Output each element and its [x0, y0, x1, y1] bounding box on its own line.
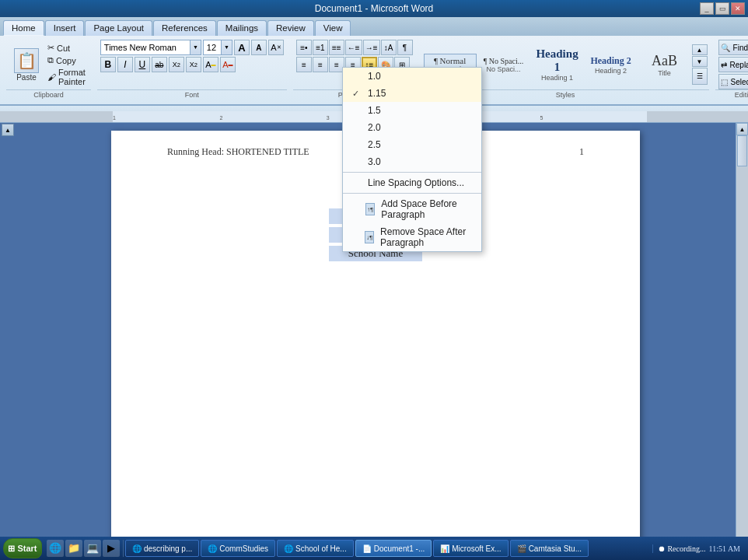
tab-mailings[interactable]: Mailings	[217, 20, 267, 36]
style-no-spacing-label: No Spaci...	[482, 65, 526, 73]
spacing-2-0-label: 2.0	[368, 122, 381, 133]
spacing-1-5[interactable]: 1.5	[343, 102, 481, 119]
close-button[interactable]: ✕	[731, 2, 745, 15]
remove-space-after[interactable]: ↓¶ Remove Space After Paragraph	[343, 223, 481, 251]
running-head-text: Running Head: SHORTENED TITLE	[167, 146, 309, 158]
style-no-spacing[interactable]: ¶ No Spaci... No Spaci...	[477, 54, 530, 75]
quick-ie-icon[interactable]: 🌐	[47, 540, 64, 557]
tab-references[interactable]: References	[153, 20, 216, 36]
clear-format-button[interactable]: A✕	[268, 40, 284, 55]
taskbar-item-doc[interactable]: 📄 Document1 -...	[355, 540, 432, 557]
add-space-before[interactable]: ↑¶ Add Space Before Paragraph	[343, 195, 481, 223]
spacing-1-0[interactable]: 1.0	[343, 68, 481, 85]
increase-indent-button[interactable]: →≡	[363, 40, 380, 55]
cut-label: Cut	[57, 44, 70, 53]
taskbar-excel-label: Microsoft Ex...	[452, 544, 501, 553]
strikethrough-button[interactable]: ab	[152, 57, 167, 72]
taskbar-comm-icon: 🌐	[208, 544, 217, 553]
taskbar-item-excel[interactable]: 📊 Microsoft Ex...	[433, 540, 508, 557]
cut-button[interactable]: ✂ Cut	[45, 42, 88, 54]
scroll-up-button[interactable]: ▲	[736, 123, 748, 135]
minimize-button[interactable]: _	[700, 2, 714, 15]
tab-page-layout[interactable]: Page Layout	[85, 20, 152, 36]
subscript-button[interactable]: X2	[169, 57, 184, 72]
font-body: Times New Roman ▼ 12 ▼ A A A✕ B I U	[97, 40, 287, 89]
bold-button[interactable]: B	[100, 57, 116, 72]
style-title[interactable]: AaB Title	[638, 51, 691, 79]
font-shrink-button[interactable]: A	[251, 40, 267, 55]
check-1-15: ✓	[352, 89, 362, 99]
styles-scroll-up[interactable]: ▲	[692, 44, 708, 55]
taskbar-ie-icon: 🌐	[132, 544, 142, 553]
copy-button[interactable]: ⧉ Copy	[45, 54, 88, 66]
tab-home[interactable]: Home	[3, 20, 44, 36]
format-painter-button[interactable]: 🖌 Format Painter	[45, 67, 88, 87]
spacing-1-15[interactable]: ✓ 1.15	[343, 85, 481, 102]
replace-icon: ⇄	[721, 61, 727, 69]
underline-button[interactable]: U	[135, 57, 150, 72]
spacing-3-0[interactable]: 3.0	[343, 153, 481, 170]
replace-button[interactable]: ⇄ Replace	[718, 57, 748, 72]
highlight-button[interactable]: A▬	[203, 57, 218, 72]
left-sidebar: ▲	[0, 123, 16, 560]
quick-media-icon[interactable]: ▶	[103, 540, 120, 557]
page-number: 1	[579, 146, 584, 158]
taskbar-item-school[interactable]: 🌐 School of He...	[277, 540, 354, 557]
style-heading2-label: Heading 2	[589, 67, 633, 75]
start-button[interactable]: ⊞ Start	[3, 538, 42, 558]
tab-insert[interactable]: Insert	[45, 20, 85, 36]
font-grow-button[interactable]: A	[234, 40, 250, 55]
style-title-preview: AaB	[643, 53, 687, 69]
find-button[interactable]: 🔍 Find	[718, 40, 748, 55]
paste-label: Paste	[16, 73, 37, 82]
decrease-indent-button[interactable]: ←≡	[345, 40, 362, 55]
style-heading2[interactable]: Heading 2 Heading 2	[585, 53, 638, 77]
sidebar-top-btn[interactable]: ▲	[2, 124, 14, 136]
line-spacing-options[interactable]: Line Spacing Options...	[343, 174, 481, 191]
taskbar-item-comm[interactable]: 🌐 CommStudies	[201, 540, 275, 557]
multilevel-button[interactable]: ≡≡	[329, 40, 344, 55]
replace-label: Replace	[730, 61, 748, 69]
taskbar-doc-icon: 📄	[362, 544, 372, 553]
show-formatting-button[interactable]: ¶	[397, 40, 413, 55]
change-styles-button[interactable]: ☰	[692, 68, 708, 85]
bullets-button[interactable]: ≡•	[296, 40, 312, 55]
sort-button[interactable]: ↕A	[381, 40, 397, 55]
align-left-button[interactable]: ≡	[296, 57, 312, 72]
font-name-value: Times New Roman	[101, 43, 190, 52]
style-normal-preview: ¶ Normal	[428, 56, 472, 65]
numbering-button[interactable]: ≡1	[313, 40, 328, 55]
font-section-label: Font	[97, 89, 287, 99]
quick-explorer-icon[interactable]: 💻	[84, 540, 101, 557]
select-button[interactable]: ⬚ Select	[718, 74, 748, 89]
font-name-select[interactable]: Times New Roman ▼	[100, 40, 201, 55]
italic-button[interactable]: I	[117, 57, 133, 72]
superscript-button[interactable]: X2	[186, 57, 201, 72]
spacing-2-5[interactable]: 2.5	[343, 136, 481, 153]
taskbar-school-label: School of He...	[295, 544, 347, 553]
font-size-select[interactable]: 12 ▼	[203, 40, 232, 55]
window-controls: _ ▭ ✕	[700, 2, 745, 15]
title-bar: Document1 - Microsoft Word _ ▭ ✕	[0, 0, 748, 17]
quick-folder-icon[interactable]: 📁	[65, 540, 82, 557]
taskbar-item-ie[interactable]: 🌐 describing p...	[125, 540, 199, 557]
select-icon: ⬚	[721, 78, 728, 86]
align-center-button[interactable]: ≡	[313, 57, 328, 72]
tab-view[interactable]: View	[315, 20, 351, 36]
restore-button[interactable]: ▭	[715, 2, 729, 15]
paste-button[interactable]: 📋 Paste	[9, 47, 44, 83]
tab-review[interactable]: Review	[267, 20, 314, 36]
taskbar-item-camtasia[interactable]: 🎬 Camtasia Stu...	[510, 540, 589, 557]
copy-label: Copy	[56, 56, 76, 65]
style-heading1[interactable]: Heading 1 Heading 1	[531, 45, 584, 84]
scroll-thumb[interactable]	[737, 135, 747, 166]
styles-scroll-down[interactable]: ▼	[692, 56, 708, 67]
scroll-track[interactable]	[736, 135, 748, 555]
find-icon: 🔍	[721, 44, 730, 52]
spacing-3-0-label: 3.0	[368, 156, 381, 167]
add-space-label: Add Space Before Paragraph	[381, 198, 472, 220]
font-name-arrow: ▼	[190, 40, 201, 54]
spacing-2-0[interactable]: 2.0	[343, 119, 481, 136]
remove-space-icon: ↓¶	[365, 231, 374, 243]
font-color-button[interactable]: A▬	[220, 57, 236, 72]
